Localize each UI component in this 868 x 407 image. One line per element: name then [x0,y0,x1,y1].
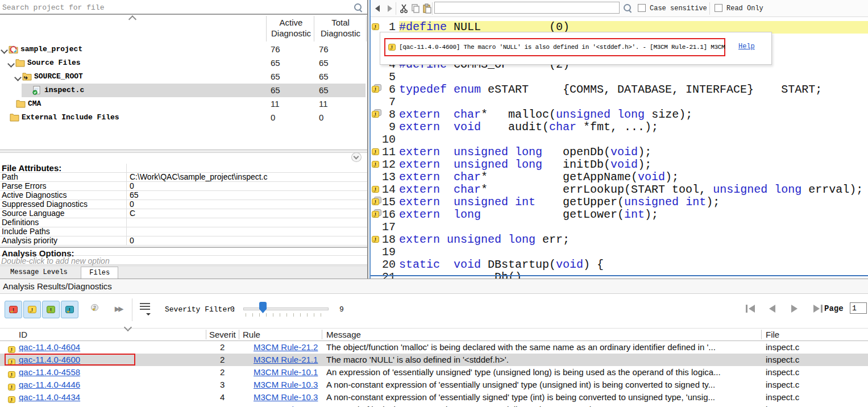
code-line-11[interactable]: !11extern unsigned long openDb(void); [371,146,868,159]
tree-item-source-root[interactable]: SOURCE_ROOT6565 [0,70,367,84]
attribute-row-path[interactable]: PathC:\Work\QAC\sample_project\inspect.c [0,173,367,182]
diagnostic-row-qac-11.4.0-4604[interactable]: !qac-11.4.0-46042M3CM Rule-21.2The objec… [0,341,868,354]
project-search-input[interactable] [1,1,350,14]
code-line-14[interactable]: !14extern char* errLookup(START tool, un… [371,184,868,196]
editor-search-input[interactable] [434,2,620,14]
copy-icon[interactable] [410,3,421,14]
diagnostic-id-link[interactable]: qac-11.4.0-4558 [19,367,80,377]
column-header-severity[interactable]: Severit [209,330,236,339]
code-line-16[interactable]: !16extern long getLower(int); [371,209,868,221]
column-header-total-diagnostic[interactable]: Total Diagnostic [316,17,365,39]
active-diagnostic-count: 76 [271,44,280,54]
analysis-options-placeholder[interactable]: Double-click to add new option [0,256,367,265]
expander-icon[interactable] [1,47,8,54]
tree-item-sample-project[interactable]: sample_project7676 [0,43,367,56]
column-header-active-diagnostic[interactable]: Active Diagnostic [268,17,314,39]
severity-max: 9 [339,305,344,314]
filter-info-button[interactable]: ! [42,301,60,318]
tree-item-label: External Include Files [22,113,119,122]
code-line-8[interactable]: !8extern char* malloc(unsigned long size… [371,109,868,121]
results-grid-header: ID Severit Rule Message File [0,328,868,341]
next-page-button[interactable] [789,304,801,313]
code-line-15[interactable]: !15extern unsigned int getUpper(unsigned… [371,196,868,209]
diagnostic-id-link[interactable]: qac-11.4.0-4415 [19,405,80,407]
diagnostic-tooltip: ! [qac-11.4.0-4600] The macro 'NULL' is … [380,32,772,65]
collapse-panel-button[interactable] [351,152,362,162]
read-only-checkbox[interactable] [715,4,722,12]
cut-icon[interactable] [399,3,409,14]
code-line-5[interactable]: 5 [371,71,868,84]
diagnostic-id-link[interactable]: qac-11.4.0-4604 [19,342,80,352]
search-icon[interactable] [354,3,363,12]
column-header-file[interactable]: File [766,330,779,339]
column-header-rule[interactable]: Rule [243,330,260,339]
page-input[interactable] [850,302,867,314]
rule-link[interactable]: M3CM Rule-10.1 [254,367,318,377]
code-line-13[interactable]: 13extern char* getAppName(void); [371,171,868,184]
sort-ascending-icon[interactable] [128,15,136,23]
tree-item-inspect-c[interactable]: inspect.c6565 [0,84,367,97]
code-line-12[interactable]: !12extern unsigned long initDb(void); [371,159,868,171]
filter-error-button[interactable]: ! [5,301,22,318]
diagnostic-id-link[interactable]: qac-11.4.0-4446 [19,380,80,389]
suppressed-messages-icon[interactable]: 2 [91,304,98,311]
attribute-row-suppressed-diagnostics[interactable]: Suppressed Diagnostics0 [0,200,367,209]
tree-item-cma[interactable]: CMA1111 [0,97,367,111]
code-line-18[interactable]: !18extern unsigned long err; [371,234,868,246]
code-line-17[interactable]: 17 [371,221,868,234]
attribute-row-active-diagnostics[interactable]: Active Diagnostics65 [0,191,367,200]
diagnostic-message: An expression of 'essentially unsigned' … [326,367,759,377]
tree-item-external-include-files[interactable]: External Include Files00 [0,111,367,124]
filter-note-button[interactable]: ! [61,301,78,318]
column-header-id[interactable]: ID [19,330,27,339]
code-line-6[interactable]: !6typedef enum eSTART {COMMS, DATABASE, … [371,84,868,96]
view-menu-icon[interactable] [140,303,150,310]
severity-slider-handle[interactable] [259,302,267,313]
attribute-row-parse-errors[interactable]: Parse Errors0 [0,182,367,191]
expander-icon[interactable] [7,60,15,68]
rule-link[interactable]: M3CM Rule-10.3 [254,392,318,402]
filter-warning-button[interactable]: ! [23,301,41,318]
back-icon[interactable] [373,3,383,14]
tab-files[interactable]: Files [81,267,118,279]
diagnostic-row-qac-11.4.0-4558[interactable]: !qac-11.4.0-45582M3CM Rule-10.1An expres… [0,366,868,379]
attribute-row-include-paths[interactable]: Include Paths [0,227,367,236]
diagnostic-row-qac-11.4.0-4446[interactable]: !qac-11.4.0-44463M3CM Rule-10.3A non-con… [0,379,868,391]
code-line-7[interactable]: 7 [371,96,868,109]
code-view[interactable]: !1#define NULL (0)234#define COMMS_OF (2… [371,17,868,279]
column-header-message[interactable]: Message [326,330,361,339]
tab-message-levels[interactable]: Message Levels [2,267,76,279]
tree-item-source-files[interactable]: Source Files6565 [0,56,367,70]
help-link[interactable]: Help [738,43,755,51]
case-sensitive-checkbox[interactable] [638,4,646,12]
editor-search-icon[interactable] [623,3,632,13]
severity-slider-track[interactable] [243,308,329,310]
total-diagnostic-count: 65 [319,85,329,95]
rule-link[interactable]: M3CM Rule-14.4 [254,405,318,407]
diagnostic-row-qac-11.4.0-4600[interactable]: !qac-11.4.0-46002M3CM Rule-21.1The macro… [0,354,868,366]
diagnostic-id-link[interactable]: qac-11.4.0-4434 [19,392,80,402]
code-line-10[interactable]: 10 [371,134,868,146]
code-line-20[interactable]: 20static void DBstartup(void) { [371,259,868,271]
attribute-row-definitions[interactable]: Definitions [0,218,367,227]
more-filters-icon[interactable]: ▶▶ [115,305,122,313]
code-line-9[interactable]: 9extern void audit(char *fmt, ...); [371,121,868,134]
rule-link[interactable]: M3CM Rule-21.2 [254,342,318,352]
attribute-row-source-language[interactable]: Source LanguageC [0,209,367,218]
last-page-button[interactable] [811,304,824,313]
rule-link[interactable]: M3CM Rule-21.1 [254,355,318,364]
rule-link[interactable]: M3CM Rule-10.3 [254,380,318,389]
panel-splitter[interactable] [0,149,367,153]
project-tree: sample_project7676Source Files6565SOURCE… [0,43,367,124]
code-line-19[interactable]: 19 [371,246,868,259]
paste-icon[interactable] [422,3,432,14]
diagnostic-row-qac-11.4.0-4434[interactable]: !qac-11.4.0-44344M3CM Rule-10.3A non-con… [0,391,868,404]
previous-page-button[interactable] [767,304,779,313]
diagnostic-row-qac-11.4.0-4415[interactable]: !qac-11.4.0-44152M3CM Rule-14.4Operand o… [0,404,868,407]
forward-icon[interactable] [384,3,394,14]
first-page-button[interactable] [745,304,757,313]
code-text [399,71,868,84]
attribute-row-analysis-priority[interactable]: Analysis priority0 [0,236,367,246]
expander-icon[interactable] [14,74,22,81]
code-text: typedef enum eSTART {COMMS, DATABASE, IN… [399,84,868,96]
